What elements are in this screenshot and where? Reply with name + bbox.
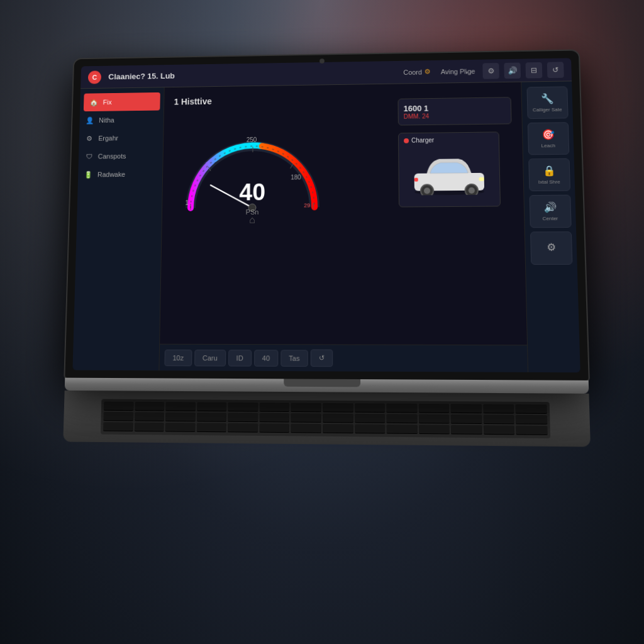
key[interactable] <box>483 404 514 413</box>
key[interactable] <box>165 412 196 421</box>
car-image <box>408 151 491 197</box>
tab-refresh[interactable]: ↺ <box>311 350 333 367</box>
settings-icon-btn[interactable]: ⚙ <box>482 63 499 79</box>
settings-gear-icon: ⚙ <box>547 241 556 253</box>
refresh-icon-btn[interactable]: ↺ <box>547 62 564 78</box>
gauge-wrapper: 1 250 180 29 <box>172 112 333 224</box>
app-title: Claaniec? 15. Lub <box>108 68 396 82</box>
key[interactable] <box>483 414 514 424</box>
key[interactable] <box>197 402 227 411</box>
fix-icon: 🏠 <box>90 98 99 106</box>
nav-center: Coord ⚙ Aving Plige <box>403 67 475 75</box>
key[interactable] <box>135 412 165 421</box>
gauge-home-icon: ⌂ <box>249 214 255 226</box>
info-badge-id: 1600 1 DMM. 24 <box>397 97 511 125</box>
sidebar-ergahr-label: Ergahr <box>98 135 118 142</box>
key[interactable] <box>418 403 449 413</box>
sidebar-nitha-label: Nitha <box>99 116 114 124</box>
key[interactable] <box>228 413 258 422</box>
key[interactable] <box>135 401 165 411</box>
app-logo: C <box>88 70 101 84</box>
key[interactable] <box>134 423 164 432</box>
key[interactable] <box>228 423 258 433</box>
car-svg <box>408 151 491 195</box>
key[interactable] <box>259 423 289 433</box>
key[interactable] <box>516 404 547 413</box>
info-badge-sub: DMM. 24 <box>404 112 506 120</box>
bottom-tabs: 10z Caru ID 40 Tas ↺ <box>159 344 528 372</box>
sidebar-item-fix[interactable]: 🏠 Fix <box>84 92 160 111</box>
key[interactable] <box>196 423 226 433</box>
gauge-value: 40 <box>239 179 265 206</box>
key[interactable] <box>355 425 386 434</box>
key[interactable] <box>323 413 353 423</box>
main-content: 🏠 Fix 👤 Nitha ⚙ Ergahr 🛡 <box>72 81 580 372</box>
calliger-label: Calliger Sate <box>533 107 562 113</box>
tab-caru[interactable]: Caru <box>194 349 226 366</box>
key[interactable] <box>355 414 386 423</box>
key[interactable] <box>484 425 515 435</box>
right-btn-leach[interactable]: 🎯 Leach <box>527 122 569 155</box>
right-btn-settings[interactable]: ⚙ <box>530 231 572 265</box>
key[interactable] <box>419 414 450 423</box>
center-label: Center <box>542 216 558 221</box>
key[interactable] <box>516 426 547 436</box>
nitha-icon: 👤 <box>86 116 94 125</box>
car-panel-label: Charger <box>411 136 434 143</box>
radwake-icon: 🔋 <box>84 170 93 179</box>
ixtal-label: Ixtal Shre <box>538 179 560 185</box>
key[interactable] <box>291 413 321 423</box>
sidebar-item-ergahr[interactable]: ⚙ Ergahr <box>79 128 163 147</box>
right-btn-center[interactable]: 🔊 Center <box>529 195 571 228</box>
key[interactable] <box>451 414 482 424</box>
sidebar-item-nitha[interactable]: 👤 Nitha <box>79 110 164 129</box>
car-panel-dot <box>404 138 409 143</box>
right-btn-calliger[interactable]: 🔧 Calliger Sate <box>526 86 568 119</box>
gauge-svg: 1 250 180 29 <box>172 112 333 224</box>
key[interactable] <box>451 404 482 413</box>
key[interactable] <box>259 402 289 412</box>
key[interactable] <box>323 424 353 433</box>
tab-40[interactable]: 40 <box>254 350 279 367</box>
center-panel: 1 Histtive <box>159 82 528 372</box>
layout-icon-btn[interactable]: ⊟ <box>525 62 542 78</box>
sound-icon-btn[interactable]: 🔊 <box>504 62 521 79</box>
key[interactable] <box>386 414 417 423</box>
key[interactable] <box>386 403 417 413</box>
key[interactable] <box>291 402 321 412</box>
leach-icon: 🎯 <box>541 128 555 140</box>
key[interactable] <box>228 402 258 411</box>
key[interactable] <box>104 401 133 411</box>
svg-rect-18 <box>414 178 418 182</box>
gauge-container: 1 Histtive <box>172 94 389 223</box>
tab-10z[interactable]: 10z <box>164 349 192 366</box>
key[interactable] <box>387 425 418 434</box>
key[interactable] <box>103 412 133 421</box>
ergahr-icon: ⚙ <box>85 134 94 143</box>
svg-text:29: 29 <box>304 202 310 208</box>
key[interactable] <box>291 424 321 433</box>
tab-tas[interactable]: Tas <box>280 350 308 367</box>
key[interactable] <box>103 422 133 431</box>
key[interactable] <box>197 413 227 422</box>
sidebar-radwake-label: Radwake <box>97 170 125 178</box>
key[interactable] <box>165 423 196 432</box>
sidebar-item-radwake[interactable]: 🔋 Radwake <box>78 165 163 184</box>
coord-icon: ⚙ <box>425 68 431 76</box>
canspots-icon: 🛡 <box>84 152 93 161</box>
key[interactable] <box>323 402 353 412</box>
right-btn-ixtal[interactable]: 🔒 Ixtal Shre <box>528 158 570 191</box>
sidebar-item-canspots[interactable]: 🛡 Canspots <box>79 147 163 165</box>
key[interactable] <box>451 425 482 435</box>
key[interactable] <box>419 425 450 435</box>
keyboard-keys: // Generate keyboard keys document.curre… <box>101 399 550 438</box>
key[interactable] <box>355 403 386 413</box>
key[interactable] <box>516 415 547 425</box>
car-panel-header: Charger <box>404 136 434 143</box>
svg-rect-17 <box>479 177 484 181</box>
key[interactable] <box>259 413 289 423</box>
tab-id[interactable]: ID <box>228 350 252 367</box>
key[interactable] <box>165 402 196 411</box>
aving-label: Aving Plige <box>441 67 475 75</box>
svg-text:250: 250 <box>247 136 257 143</box>
